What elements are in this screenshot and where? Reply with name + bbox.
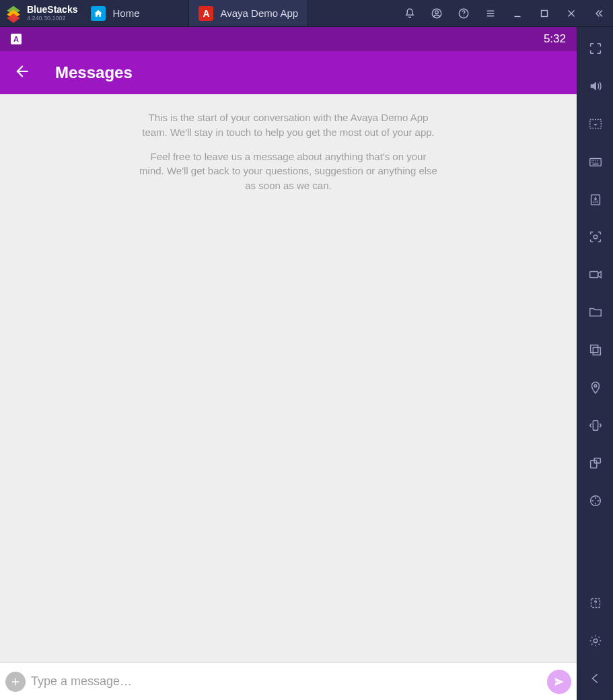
home-icon (91, 6, 106, 21)
multi-instance-button[interactable] (585, 339, 606, 361)
svg-point-13 (594, 384, 597, 387)
menu-button[interactable] (478, 0, 503, 26)
svg-rect-4 (542, 10, 548, 16)
status-app-icon: A (11, 34, 22, 44)
add-attachment-button[interactable] (5, 672, 26, 692)
screenshot-button[interactable] (585, 226, 606, 248)
notifications-button[interactable] (398, 0, 422, 26)
app-bar: Messages (0, 51, 577, 94)
titlebar-actions (398, 0, 613, 26)
keyboard-button[interactable] (585, 151, 606, 172)
keymap-button[interactable] (585, 113, 606, 135)
media-folder-button[interactable] (585, 302, 606, 323)
brand-version: 4.240.30.1002 (27, 15, 77, 22)
page-title: Messages (55, 63, 133, 82)
avaya-app-icon: A (199, 6, 213, 21)
shake-button[interactable] (585, 415, 606, 436)
fullscreen-button[interactable] (585, 38, 606, 59)
minimize-button[interactable] (505, 0, 530, 26)
tab-avaya-demo-app[interactable]: A Avaya Demo App (189, 0, 308, 26)
emulator-sidebar: APK (577, 27, 613, 700)
message-composer (0, 662, 577, 700)
tab-app-label: Avaya Demo App (220, 7, 298, 19)
svg-rect-11 (590, 345, 598, 353)
svg-point-9 (593, 235, 598, 239)
game-controls-button[interactable] (585, 490, 606, 512)
bluestacks-logo-icon (4, 4, 23, 23)
location-button[interactable] (585, 377, 606, 398)
svg-point-1 (435, 10, 439, 13)
back-button[interactable] (8, 57, 36, 88)
status-clock: 5:32 (544, 32, 566, 46)
tab-strip: Home A Avaya Demo App (81, 0, 308, 26)
conversation-intro: This is the start of your conversation w… (127, 110, 450, 193)
brand-name: BlueStacks (27, 5, 77, 14)
svg-rect-12 (593, 347, 600, 355)
record-button[interactable] (585, 264, 606, 285)
svg-rect-10 (589, 271, 598, 277)
volume-button[interactable] (585, 75, 606, 97)
rotate-button[interactable] (585, 452, 606, 474)
android-status-bar: A 5:32 (0, 27, 577, 51)
close-button[interactable] (559, 0, 583, 26)
messages-body[interactable]: This is the start of your conversation w… (0, 94, 577, 662)
help-button[interactable] (452, 0, 476, 26)
svg-text:APK: APK (592, 201, 598, 204)
svg-rect-14 (593, 421, 598, 431)
toggle-help-button[interactable] (585, 592, 606, 614)
device-screen: A 5:32 Messages This is the start of you… (0, 27, 577, 700)
brand: BlueStacks 4.240.30.1002 (0, 0, 81, 26)
collapse-sidebar-button[interactable] (586, 0, 610, 26)
account-button[interactable] (425, 0, 449, 26)
svg-rect-15 (590, 460, 596, 468)
svg-point-19 (595, 604, 596, 605)
tab-home[interactable]: Home (81, 0, 189, 26)
intro-paragraph-2: Feel free to leave us a message about an… (138, 149, 439, 193)
svg-point-3 (463, 15, 464, 16)
install-apk-button[interactable]: APK (585, 188, 606, 210)
send-button[interactable] (547, 670, 571, 694)
message-input[interactable] (31, 674, 542, 689)
maximize-button[interactable] (532, 0, 556, 26)
emulator-titlebar: BlueStacks 4.240.30.1002 Home A Avaya De… (0, 0, 613, 27)
settings-button[interactable] (585, 630, 606, 652)
tab-home-label: Home (112, 7, 139, 19)
intro-paragraph-1: This is the start of your conversation w… (138, 110, 439, 140)
svg-point-20 (593, 639, 598, 643)
back-nav-button[interactable] (585, 668, 606, 689)
